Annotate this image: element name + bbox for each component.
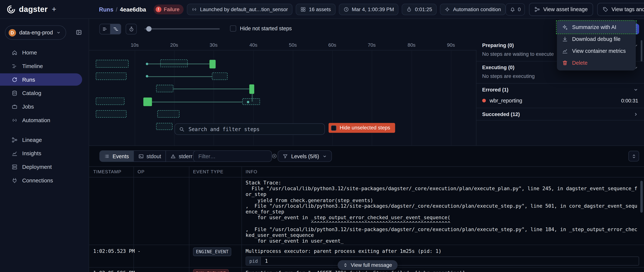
gantt-step-bar[interactable] <box>96 98 124 105</box>
sidebar-collapse-button[interactable] <box>74 27 84 37</box>
time-tick: 70s <box>368 42 376 48</box>
hide-unselected-steps-row[interactable]: Hide unselected steps <box>328 123 395 133</box>
sidebar-nav: Home Timeline Runs Catalog <box>0 46 89 186</box>
duration-tag: 0:01:25 <box>402 3 436 15</box>
stopwatch-icon <box>406 6 412 12</box>
sidebar-item-insights[interactable]: Insights <box>0 147 82 159</box>
breadcrumb-runs-link[interactable]: Runs <box>99 6 113 12</box>
gantt-zoom-slider-knob[interactable] <box>146 26 152 32</box>
menu-item-delete[interactable]: Delete <box>557 57 636 69</box>
gantt-flat-view-button[interactable] <box>99 24 110 34</box>
sidebar: D data-eng-prod Home <box>0 19 89 272</box>
events-filter[interactable] <box>193 150 272 162</box>
section-title: Preparing (0) <box>482 43 514 48</box>
gantt-step-bar[interactable] <box>96 60 128 68</box>
clear-filter-icon[interactable] <box>272 153 277 159</box>
sidebar-item-deployment[interactable]: Deployment <box>0 161 82 173</box>
automation-icon <box>12 117 18 123</box>
sensor-icon <box>191 6 197 12</box>
gantt-step-bar[interactable] <box>210 60 216 68</box>
event-row-stack-trace[interactable]: Stack Trace: File "/usr/local/lib/python… <box>89 177 644 245</box>
errored-step-row[interactable]: wbr_reporting 0:00:31 <box>476 96 644 108</box>
gantt-waterfall-view-button[interactable] <box>110 24 121 34</box>
levels-filter-button[interactable]: Levels (5/6) <box>278 150 332 162</box>
alerts-count: 0 <box>518 6 521 12</box>
gantt-step-bar[interactable] <box>242 98 260 105</box>
event-op: - <box>138 248 140 254</box>
panel-resize-button[interactable] <box>628 151 639 161</box>
menu-item-download-debug[interactable]: Download debug file <box>557 33 636 45</box>
lineage-icon <box>534 6 540 12</box>
launched-by-tag[interactable]: Launched by default_aut…tion_sensor <box>187 3 292 15</box>
event-op: - <box>138 270 140 272</box>
menu-item-summarize-ai[interactable]: Summarize with AI <box>557 21 636 33</box>
deployment-avatar: D <box>8 29 16 36</box>
gantt-zoom-slider[interactable] <box>144 28 220 29</box>
sidebar-item-label: Connections <box>22 177 53 183</box>
funnel-icon <box>282 153 288 159</box>
log-view-tabs: Events stdout stderr <box>99 150 197 162</box>
assets-count-tag[interactable]: 16 assets <box>296 3 336 15</box>
gantt-node-dot <box>146 63 148 65</box>
gantt-step-bar[interactable] <box>212 73 228 80</box>
gantt-timing-toggle-button[interactable] <box>126 24 137 34</box>
warning-icon <box>170 153 176 159</box>
sidebar-item-connections[interactable]: Connections <box>0 174 82 186</box>
deployment-icon <box>12 164 18 170</box>
gantt-step-bar[interactable] <box>156 85 174 92</box>
event-type-tag: ENGINE_EVENT <box>193 248 232 256</box>
section-errored-header[interactable]: Errored (1) <box>476 84 644 96</box>
tab-stdout[interactable]: stdout <box>134 150 166 162</box>
sidebar-item-runs[interactable]: Runs <box>0 73 82 86</box>
levels-filter-label: Levels (5/6) <box>291 153 319 159</box>
hide-unselected-checkbox[interactable] <box>331 125 336 131</box>
gantt-step-bar[interactable] <box>156 123 172 130</box>
menu-item-label: Summarize with AI <box>572 24 616 30</box>
section-succeeded-header[interactable]: Succeeded (12) <box>476 108 644 120</box>
sidebar-item-label: Deployment <box>22 164 52 170</box>
events-filter-input[interactable] <box>198 153 272 159</box>
sidebar-item-label: Lineage <box>22 137 42 143</box>
automation-condition-tag[interactable]: Automation condition <box>440 3 506 15</box>
sidebar-item-lineage[interactable]: Lineage <box>0 134 82 146</box>
gantt-step-search[interactable] <box>174 123 325 135</box>
hide-not-started-checkbox[interactable] <box>230 25 236 32</box>
gantt-step-bar[interactable] <box>160 59 188 67</box>
sidebar-item-label: Runs <box>22 76 35 83</box>
sidebar-item-home[interactable]: Home <box>0 46 82 59</box>
tab-stderr[interactable]: stderr <box>166 150 197 162</box>
gantt-step-bar[interactable] <box>249 84 254 94</box>
view-tags-config-button[interactable]: View tags and config <box>597 2 644 16</box>
gantt-step-bar[interactable] <box>96 73 126 80</box>
gantt-chart[interactable]: Hide unselected steps <box>89 50 476 145</box>
assets-grid-icon <box>300 6 306 12</box>
gantt-step-bar[interactable] <box>143 98 152 106</box>
alerts-button[interactable]: 0 <box>506 3 525 15</box>
view-asset-lineage-button[interactable]: View asset lineage <box>529 2 593 16</box>
sidebar-item-jobs[interactable]: Jobs <box>0 100 82 113</box>
sidebar-item-catalog[interactable]: Catalog <box>0 87 82 99</box>
view-full-message-button[interactable]: View full message <box>338 260 398 270</box>
right-panel-scrollbar[interactable] <box>641 40 642 62</box>
tab-label: stdout <box>146 153 161 159</box>
sidebar-item-timeline[interactable]: Timeline <box>0 60 82 72</box>
home-icon <box>12 49 18 56</box>
breadcrumb-separator: / <box>116 6 118 12</box>
menu-item-container-metrics[interactable]: View container metrics <box>557 45 636 57</box>
events-scrollbar[interactable] <box>640 181 643 213</box>
metadata-key: pid <box>246 257 261 265</box>
gantt-step-search-input[interactable] <box>188 126 320 133</box>
tab-events[interactable]: Events <box>99 150 134 162</box>
time-tick: 60s <box>328 42 336 48</box>
stack-trace-text: Stack Trace: File "/usr/local/lib/python… <box>246 180 638 244</box>
gantt-step-bar[interactable] <box>96 110 126 118</box>
dagster-logo[interactable]: dagster + <box>6 5 89 13</box>
connections-icon <box>12 177 18 183</box>
gantt-step-bar[interactable] <box>157 110 180 118</box>
hide-not-started-checkbox-row[interactable]: Hide not started steps <box>230 25 292 32</box>
menu-item-label: Delete <box>572 60 588 66</box>
sidebar-item-automation[interactable]: Automation <box>0 114 82 126</box>
breadcrumb-run-id: 4eae6dba <box>120 6 146 12</box>
gantt-view-mode-group <box>99 24 121 34</box>
deployment-switcher[interactable]: D data-eng-prod <box>5 25 66 40</box>
